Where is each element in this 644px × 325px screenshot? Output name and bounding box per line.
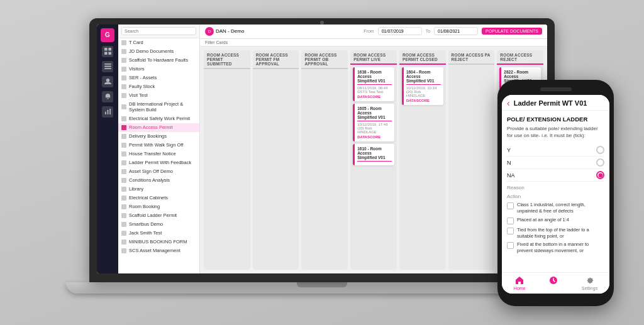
- card-date: 08/11/2019, 08:44: [357, 86, 392, 90]
- radio-row-na[interactable]: NA: [507, 169, 604, 182]
- nav-item-scaffold-ladder-permit[interactable]: Scaffold Ladder Permit: [118, 211, 199, 220]
- card-date: 10/12/2019, 10:34: [406, 86, 441, 90]
- nav-item-t-card[interactable]: T Card: [118, 38, 199, 47]
- nav-item-label: T Card: [129, 40, 143, 45]
- nav-item-ladder-permit-with-feedback[interactable]: Ladder Permit With Feedback: [118, 158, 199, 167]
- to-date-input[interactable]: [434, 27, 478, 35]
- bottom-nav-settings[interactable]: Settings: [582, 276, 597, 290]
- checkbox[interactable]: [507, 228, 514, 234]
- nav-item-icon: [121, 213, 126, 218]
- checkbox[interactable]: [507, 218, 514, 224]
- svg-rect-6: [104, 68, 111, 69]
- nav-item-icon: [121, 143, 126, 148]
- col-body-submitted: [204, 69, 250, 270]
- nav-item-conditions-analysis[interactable]: Conditions Analysis: [118, 176, 199, 185]
- radio-label: Y: [507, 147, 511, 153]
- nav-item-asset-sign-off-demo[interactable]: Asset Sign Off Demo: [118, 167, 199, 176]
- nav-item-smartbus-demo[interactable]: Smartbus Demo: [118, 220, 199, 229]
- kanban-col-fm_approval: ROOM ACCESS PERMIT FM APPROVAL: [253, 50, 299, 270]
- search-input[interactable]: [121, 27, 196, 35]
- nav-item-icon: [121, 169, 126, 174]
- nav-item-db-international-project-&-system-build[interactable]: DB International Project & System Build: [118, 100, 199, 114]
- checkbox[interactable]: [507, 202, 514, 209]
- nav-item-label: Room Access Permit: [129, 124, 173, 130]
- checkbox-row[interactable]: Placed at an angle of 1:4: [507, 217, 604, 224]
- phone-header: ‹ Ladder Permit WT V01: [502, 95, 609, 111]
- checkbox[interactable]: [507, 242, 514, 249]
- nav-item-faulty-stock[interactable]: Faulty Stock: [118, 82, 199, 91]
- phone-description: Provide a suitable pole/ extending ladde…: [507, 125, 604, 139]
- phone-notch: [540, 87, 572, 91]
- card-title: 1605 - Room Access Simplified V01: [357, 106, 392, 121]
- svg-rect-8: [104, 112, 106, 115]
- populate-documents-button[interactable]: POPULATE DOCUMENTS: [482, 28, 542, 35]
- checkbox-row[interactable]: Fixed at the bottom in a manner to preve…: [507, 241, 604, 254]
- nav-item-visit-test[interactable]: Visit Test: [118, 91, 199, 100]
- nav-item-label: Electrical Cabinets: [129, 195, 168, 201]
- nav-item-permit-with-walk-sign-off[interactable]: Permit With Walk Sign Off: [118, 141, 199, 150]
- settings-icon: [586, 276, 594, 285]
- sidebar-icon-bell[interactable]: [102, 91, 113, 102]
- bottom-nav-home[interactable]: Home: [514, 276, 526, 290]
- from-date-input[interactable]: [378, 27, 422, 35]
- nav-item-house-transfer-notice[interactable]: House Transfer Notice: [118, 150, 199, 158]
- kanban-card-1610[interactable]: 1610 - Room Access Simplified V01: [353, 144, 394, 165]
- nav-item-icon: [121, 58, 126, 63]
- phone-title: Ladder Permit WT V01: [514, 99, 587, 107]
- nav-item-room-access-permit[interactable]: Room Access Permit: [118, 123, 199, 132]
- nav-item-delivery-bookings[interactable]: Delivery Bookings: [118, 132, 199, 141]
- nav-item-scs-asset-management[interactable]: SCS Asset Management: [118, 246, 199, 255]
- nav-item-library[interactable]: Library: [118, 185, 199, 194]
- nav-item-room-booking[interactable]: Room Booking: [118, 202, 199, 211]
- bottom-nav-action[interactable]: [549, 276, 558, 290]
- nav-item-label: JD Demo Documents: [129, 48, 174, 54]
- phone-bottom-nav: Home Settings: [502, 272, 609, 294]
- svg-rect-9: [107, 110, 108, 114]
- nav-item-label: Electrical Safety Work Permit: [129, 116, 190, 121]
- nav-item-label: Visitors: [129, 66, 144, 72]
- nav-item-label: Faulty Stock: [129, 84, 155, 89]
- nav-item-electrical-safety-work-permit[interactable]: Electrical Safety Work Permit: [118, 114, 199, 123]
- user-avatar: D: [205, 27, 214, 36]
- col-body-live: 1638 - Room Access Simplified V01 08/11/…: [350, 65, 397, 270]
- nav-item-jack-smith-test[interactable]: Jack Smith Test: [118, 229, 199, 238]
- kanban-card-1604[interactable]: 1604 - Room Access Simplified V01 10/12/…: [402, 67, 443, 105]
- nav-item-electrical-cabinets[interactable]: Electrical Cabinets: [118, 194, 199, 202]
- nav-item-jd-demo-documents[interactable]: JD Demo Documents: [118, 47, 199, 56]
- kanban-card-1605[interactable]: 1605 - Room Access Simplified V01 10/12/…: [353, 104, 394, 141]
- nav-item-label: Permit With Walk Sign Off: [129, 142, 183, 148]
- nav-item-icon: [121, 160, 126, 165]
- radio-circle[interactable]: [596, 158, 604, 167]
- sidebar-icon-grid[interactable]: [102, 46, 113, 57]
- radio-row-n[interactable]: N: [507, 157, 604, 169]
- nav-item-minibus-booking-form[interactable]: MINIBUS BOOKING FORM: [118, 238, 199, 246]
- kanban-card-1638[interactable]: 1638 - Room Access Simplified V01 08/11/…: [353, 67, 394, 101]
- nav-item-scaffold-to-hardware-faults[interactable]: Scaffold To Hardware Faults: [118, 56, 199, 65]
- user-label: DAN - Demo: [216, 28, 244, 34]
- kanban-col-ob_approval: ROOM ACCESS PERMIT OB APPROVAL: [301, 50, 348, 270]
- col-body-fm_approval: [253, 69, 299, 270]
- app-nav: T CardJD Demo DocumentsScaffold To Hardw…: [118, 25, 200, 273]
- nav-item-icon: [121, 196, 126, 201]
- kanban-board: ROOM ACCESS PERMIT SUBMITTEDROOM ACCESS …: [200, 47, 547, 273]
- back-button[interactable]: ‹: [507, 99, 510, 107]
- home-icon: [515, 276, 524, 285]
- radio-label: NA: [507, 172, 515, 179]
- phone-screen: ‹ Ladder Permit WT V01 POLE/ EXTENSION L…: [502, 95, 609, 294]
- checkbox-row[interactable]: Tied from the top of the ladder to a sui…: [507, 227, 604, 240]
- nav-item-visitors[interactable]: Visitors: [118, 65, 199, 74]
- radio-circle[interactable]: [596, 171, 604, 179]
- checkbox-row[interactable]: Class 1 industrial, correct length, unpa…: [507, 202, 604, 214]
- filter-label: Filter Cards: [205, 40, 228, 45]
- sidebar-icon-user[interactable]: [102, 76, 113, 87]
- card-title: 1638 - Room Access Simplified V01: [357, 70, 392, 85]
- user-info: D DAN - Demo: [205, 27, 244, 36]
- phone: ‹ Ladder Permit WT V01 POLE/ EXTENSION L…: [497, 80, 614, 306]
- nav-item-ser---assets[interactable]: SER - Assets: [118, 74, 199, 82]
- radio-row-y[interactable]: Y: [507, 144, 604, 157]
- home-label: Home: [514, 286, 526, 290]
- sidebar-icon-list[interactable]: [102, 61, 113, 72]
- svg-rect-5: [104, 66, 111, 67]
- sidebar-icon-chart[interactable]: [102, 106, 113, 118]
- radio-circle[interactable]: [596, 146, 604, 154]
